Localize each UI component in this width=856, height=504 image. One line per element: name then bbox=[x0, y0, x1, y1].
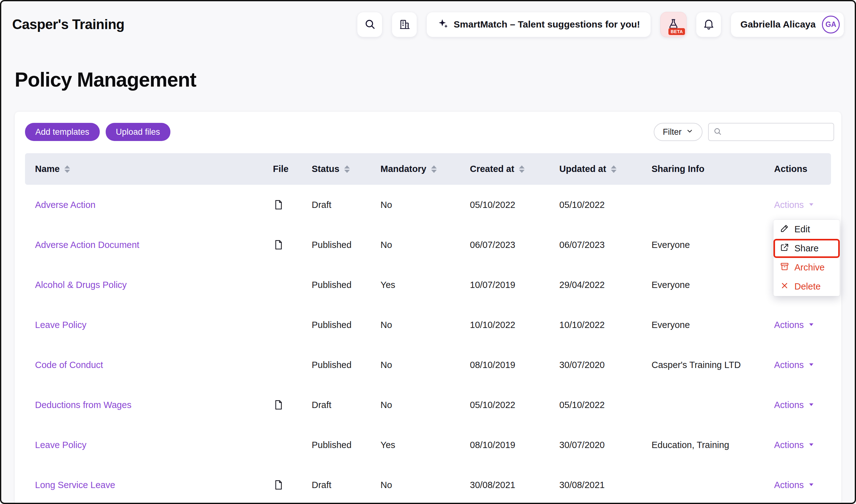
caret-down-icon bbox=[808, 400, 815, 410]
column-header-label: Created at bbox=[470, 164, 514, 174]
table-row: Adverse Action Draft No 05/10/2022 05/10… bbox=[25, 185, 831, 225]
created-cell: 05/10/2022 bbox=[470, 400, 559, 410]
policy-name-link[interactable]: Leave Policy bbox=[35, 320, 86, 330]
status-cell: Draft bbox=[312, 400, 380, 410]
beta-features-button[interactable]: BETA bbox=[660, 12, 686, 37]
search-input[interactable] bbox=[725, 127, 829, 137]
table-search bbox=[708, 123, 834, 141]
updated-cell: 30/07/2020 bbox=[559, 440, 652, 450]
sort-icon bbox=[431, 165, 437, 173]
table-header-row: Name File Status Mandatory Created at Up… bbox=[25, 153, 831, 185]
page-title: Policy Management bbox=[15, 68, 855, 91]
status-cell: Published bbox=[312, 440, 380, 450]
menu-item-edit[interactable]: Edit bbox=[773, 220, 840, 239]
bell-icon bbox=[703, 18, 715, 31]
filter-button[interactable]: Filter bbox=[654, 123, 702, 141]
mandatory-cell: No bbox=[380, 480, 470, 490]
caret-down-icon bbox=[808, 480, 815, 490]
column-header-label: Updated at bbox=[559, 164, 606, 174]
created-cell: 08/10/2019 bbox=[470, 440, 559, 450]
policy-name-link[interactable]: Leave Policy bbox=[35, 440, 86, 450]
policy-name-link[interactable]: Adverse Action bbox=[35, 200, 95, 210]
column-header-label: Mandatory bbox=[380, 164, 426, 174]
policy-name-link[interactable]: Deductions from Wages bbox=[35, 400, 131, 410]
sort-icon bbox=[519, 165, 524, 173]
share-icon bbox=[780, 242, 789, 254]
row-actions-label: Actions bbox=[774, 480, 804, 490]
policy-name-link[interactable]: Long Service Leave bbox=[35, 480, 115, 490]
row-actions-button[interactable]: Actions bbox=[774, 440, 815, 450]
policy-name-link[interactable]: Adverse Action Document bbox=[35, 240, 139, 250]
mandatory-cell: No bbox=[380, 360, 470, 370]
column-header-label: File bbox=[273, 164, 289, 174]
menu-item-share[interactable]: Share bbox=[773, 239, 840, 258]
table-row: Deductions from Wages Draft No 05/10/202… bbox=[25, 385, 831, 425]
row-actions-button[interactable]: Actions bbox=[774, 320, 815, 330]
menu-item-label: Edit bbox=[795, 224, 810, 234]
created-cell: 10/07/2019 bbox=[470, 280, 559, 290]
status-cell: Published bbox=[312, 320, 380, 330]
row-actions-button[interactable]: Actions bbox=[774, 200, 815, 210]
search-icon bbox=[364, 18, 376, 31]
file-icon[interactable] bbox=[273, 199, 312, 211]
beta-badge: BETA bbox=[668, 28, 685, 35]
row-actions-label: Actions bbox=[774, 400, 804, 410]
table-row: Leave Policy Published No 10/10/2022 10/… bbox=[25, 305, 831, 345]
updated-cell: 30/07/2020 bbox=[559, 360, 652, 370]
row-actions-button[interactable]: Actions bbox=[774, 360, 815, 370]
column-header-name[interactable]: Name bbox=[35, 164, 273, 174]
sharing-cell: Everyone bbox=[652, 240, 774, 250]
policy-card: Add templates Upload files Filter Name F… bbox=[14, 111, 842, 504]
policy-name-link[interactable]: Alcohol & Drugs Policy bbox=[35, 280, 127, 290]
file-icon[interactable] bbox=[273, 239, 312, 250]
column-header-created-at[interactable]: Created at bbox=[470, 164, 559, 174]
upload-files-button[interactable]: Upload files bbox=[106, 123, 171, 141]
row-actions-label: Actions bbox=[774, 200, 804, 210]
created-cell: 30/08/2021 bbox=[470, 480, 559, 490]
table-row: Code of Conduct Published No 08/10/2019 … bbox=[25, 345, 831, 385]
status-cell: Published bbox=[312, 360, 380, 370]
smartmatch-button[interactable]: SmartMatch – Talent suggestions for you! bbox=[426, 12, 651, 37]
column-header-status[interactable]: Status bbox=[312, 164, 380, 174]
status-cell: Draft bbox=[312, 200, 380, 210]
file-icon[interactable] bbox=[273, 399, 312, 411]
column-header-sharing-info: Sharing Info bbox=[652, 164, 774, 174]
sort-icon bbox=[611, 165, 617, 173]
organisation-button[interactable] bbox=[392, 12, 417, 37]
chevron-down-icon bbox=[686, 127, 693, 137]
user-name: Gabriella Alicaya bbox=[740, 19, 816, 30]
pencil-icon bbox=[780, 223, 789, 235]
mandatory-cell: Yes bbox=[380, 440, 470, 450]
updated-cell: 05/10/2022 bbox=[559, 400, 652, 410]
menu-item-archive[interactable]: Archive bbox=[773, 258, 840, 277]
menu-item-label: Share bbox=[795, 243, 819, 254]
column-header-updated-at[interactable]: Updated at bbox=[559, 164, 652, 174]
column-header-label: Actions bbox=[774, 164, 807, 174]
notifications-button[interactable] bbox=[696, 12, 721, 37]
avatar: GA bbox=[822, 16, 840, 34]
created-cell: 05/10/2022 bbox=[470, 200, 559, 210]
table-row: Leave Policy Published Yes 08/10/2019 30… bbox=[25, 425, 831, 465]
updated-cell: 10/10/2022 bbox=[559, 320, 652, 330]
menu-item-label: Archive bbox=[795, 262, 825, 273]
menu-item-delete[interactable]: Delete bbox=[773, 277, 840, 296]
filter-label: Filter bbox=[663, 127, 681, 137]
menu-item-label: Delete bbox=[795, 282, 821, 292]
column-header-mandatory[interactable]: Mandatory bbox=[380, 164, 470, 174]
policy-name-link[interactable]: Code of Conduct bbox=[35, 360, 103, 370]
created-cell: 06/07/2023 bbox=[470, 240, 559, 250]
updated-cell: 06/07/2023 bbox=[559, 240, 652, 250]
sharing-cell: Education, Training bbox=[652, 440, 774, 450]
user-menu[interactable]: Gabriella Alicaya GA bbox=[731, 12, 844, 37]
search-button[interactable] bbox=[357, 12, 382, 37]
row-actions-button[interactable]: Actions bbox=[774, 480, 815, 490]
x-icon bbox=[780, 281, 789, 293]
column-header-label: Status bbox=[312, 164, 340, 174]
updated-cell: 29/04/2022 bbox=[559, 280, 652, 290]
add-templates-button[interactable]: Add templates bbox=[25, 123, 100, 141]
status-cell: Draft bbox=[312, 480, 380, 490]
row-actions-button[interactable]: Actions bbox=[774, 400, 815, 410]
smartmatch-label: SmartMatch – Talent suggestions for you! bbox=[453, 19, 640, 30]
file-icon[interactable] bbox=[273, 479, 312, 490]
column-header-actions: Actions bbox=[774, 164, 823, 174]
